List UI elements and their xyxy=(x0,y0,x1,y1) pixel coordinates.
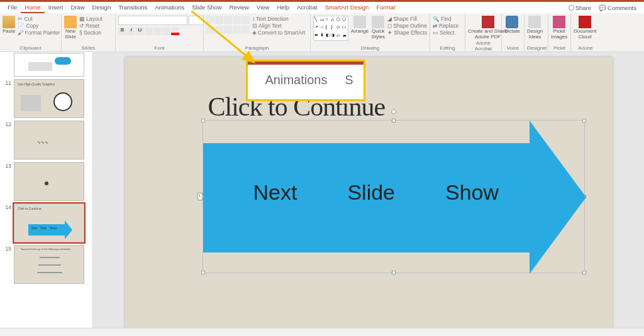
menu-design[interactable]: Design xyxy=(89,2,115,13)
convert-smartart-button[interactable]: ◈ Convert to SmartArt xyxy=(252,30,305,36)
design-ideas-icon xyxy=(528,16,541,28)
menu-bar: File Home Insert Draw Design Transitions… xyxy=(0,2,644,13)
group-cloud: Document Cloud Adobe xyxy=(571,14,600,51)
mini-arrow-icon xyxy=(28,224,65,236)
doc-cloud-button[interactable]: Document Cloud xyxy=(574,16,596,40)
indent-dec-button[interactable] xyxy=(224,16,232,24)
group-clipboard: Paste ✂ Cut 📄 Copy 🖌 Format Painter Clip… xyxy=(0,14,62,51)
layout-button[interactable]: ▦ Layout xyxy=(79,16,103,22)
numbering-button[interactable] xyxy=(215,16,223,24)
menu-acrobat[interactable]: Acrobat xyxy=(293,2,321,13)
menu-draw[interactable]: Draw xyxy=(67,2,88,13)
reset-button[interactable]: ↺ Reset xyxy=(79,23,103,29)
dictate-button[interactable]: Dictate xyxy=(504,16,520,35)
find-button[interactable]: 🔍 Find xyxy=(433,16,458,22)
text-direction-button[interactable]: ↕ Text Direction xyxy=(252,16,305,22)
group-editing: 🔍 Find ⇄ Replace ▭ Select Editing xyxy=(430,14,465,51)
shape-outline-button[interactable]: ◻ Shape Outline xyxy=(387,23,427,29)
shadow-button[interactable] xyxy=(153,27,162,35)
align-text-button[interactable]: ⊟ Align Text xyxy=(252,23,305,29)
mic-icon xyxy=(506,16,518,28)
rotate-handle[interactable] xyxy=(391,109,396,114)
menu-review[interactable]: Review xyxy=(226,2,253,13)
bullets-button[interactable] xyxy=(206,16,214,24)
menu-format[interactable]: Format xyxy=(372,2,399,13)
menu-file[interactable]: File xyxy=(4,2,21,13)
thumb-13[interactable] xyxy=(14,162,84,201)
doc-cloud-icon xyxy=(579,16,591,28)
share-icon xyxy=(569,5,574,11)
section-button[interactable]: § Section xyxy=(79,30,103,36)
ribbon: Paste ✂ Cut 📄 Copy 🖌 Format Painter Clip… xyxy=(0,13,644,52)
select-button[interactable]: ▭ Select xyxy=(433,30,458,36)
cut-button[interactable]: ✂ Cut xyxy=(18,16,60,22)
align-right-button[interactable] xyxy=(224,26,232,34)
menu-smartart[interactable]: SmartArt Design xyxy=(321,2,373,13)
slide-canvas[interactable]: Click to Continue Animations S ‹ xyxy=(125,57,613,330)
strike-button[interactable] xyxy=(145,27,153,35)
animations-callout: Animations S xyxy=(246,60,365,101)
adobe-pdf-icon xyxy=(482,16,494,28)
shape-effects-button[interactable]: ✦ Shape Effects xyxy=(387,30,427,36)
arrow-text-1: Next xyxy=(253,180,297,205)
group-paragraph: ↕ Text Direction ⊟ Align Text ◈ Convert … xyxy=(204,14,311,51)
copy-button[interactable]: 📄 Copy xyxy=(18,23,60,29)
paste-button[interactable]: Paste xyxy=(3,16,15,35)
arrow-text-3: Show xyxy=(445,180,499,205)
new-slide-icon xyxy=(64,16,77,28)
thumb-12[interactable]: ∿∿∿ xyxy=(14,121,84,160)
group-adobe: Create and Share Adobe PDF Adobe Acrobat xyxy=(465,14,502,51)
spacing-button[interactable] xyxy=(162,27,170,35)
thumb-10[interactable] xyxy=(14,53,84,77)
quick-styles-button[interactable]: Quick Styles xyxy=(371,16,385,40)
pickit-icon xyxy=(553,16,565,28)
align-left-button[interactable] xyxy=(206,26,214,34)
font-size-select[interactable] xyxy=(189,16,204,25)
selected-object-frame[interactable]: ‹ Next Slide Show xyxy=(203,120,585,273)
menu-insert[interactable]: Insert xyxy=(45,2,67,13)
group-voice: Dictate Voice xyxy=(502,14,525,51)
shapes-gallery[interactable]: ╲▭○△⬡⬠ ↗☆{}◇⬭ ⬌⬍◐◑▱☁ xyxy=(313,16,348,41)
arrow-shape[interactable]: Next Slide Show xyxy=(203,121,584,273)
thumb-15[interactable]: Special thanks go to the following indiv… xyxy=(14,245,84,284)
design-ideas-button[interactable]: Design Ideas xyxy=(527,16,543,40)
new-slide-button[interactable]: New Slide xyxy=(64,16,77,40)
indent-inc-button[interactable] xyxy=(233,16,241,24)
paste-icon xyxy=(3,16,15,28)
slide-thumbnails-panel: 11 Use High-Quality Graphics 12 ∿∿∿ 13 1… xyxy=(0,52,93,328)
linespacing-button[interactable] xyxy=(242,16,250,24)
arrange-icon xyxy=(353,16,366,28)
arrow-text-2: Slide xyxy=(347,180,395,205)
adjust-handle[interactable]: ‹ xyxy=(197,193,203,200)
menu-transitions[interactable]: Transitions xyxy=(114,2,151,13)
italic-button[interactable]: I xyxy=(127,27,135,35)
menu-animations[interactable]: Animations xyxy=(151,2,188,13)
font-name-select[interactable] xyxy=(118,16,187,25)
menu-view[interactable]: View xyxy=(253,2,273,13)
status-bar xyxy=(0,328,644,336)
pickit-button[interactable]: Pickit Images xyxy=(551,16,567,40)
menu-slideshow[interactable]: Slide Show xyxy=(188,2,226,13)
thumb-14[interactable]: Click to Continue NextSlideShow xyxy=(14,203,84,242)
group-designer: Design Ideas Designer xyxy=(525,14,548,51)
bold-button[interactable]: B xyxy=(118,27,126,35)
comments-button[interactable]: 💬 Comments xyxy=(595,4,640,11)
format-painter-button[interactable]: 🖌 Format Painter xyxy=(18,30,60,36)
group-font: B I U Font xyxy=(116,14,204,51)
arrange-button[interactable]: Arrange xyxy=(351,16,369,35)
justify-button[interactable] xyxy=(233,26,241,34)
font-color-button[interactable] xyxy=(171,27,179,35)
underline-button[interactable]: U xyxy=(136,27,144,35)
align-center-button[interactable] xyxy=(215,26,223,34)
menu-help[interactable]: Help xyxy=(273,2,293,13)
columns-button[interactable] xyxy=(242,26,250,34)
replace-button[interactable]: ⇄ Replace xyxy=(433,23,458,29)
group-drawing: ╲▭○△⬡⬠ ↗☆{}◇⬭ ⬌⬍◐◑▱☁ Arrange Quick Style… xyxy=(311,14,430,51)
group-pickit: Pickit Images Pickit xyxy=(548,14,571,51)
quickstyles-icon xyxy=(372,16,384,28)
group-slides: New Slide ▦ Layout ↺ Reset § Section Sli… xyxy=(62,14,116,51)
shape-fill-button[interactable]: ◢ Shape Fill xyxy=(387,16,427,22)
menu-home[interactable]: Home xyxy=(21,2,44,13)
share-button[interactable]: Share xyxy=(565,4,595,11)
thumb-11[interactable]: Use High-Quality Graphics xyxy=(14,79,84,118)
